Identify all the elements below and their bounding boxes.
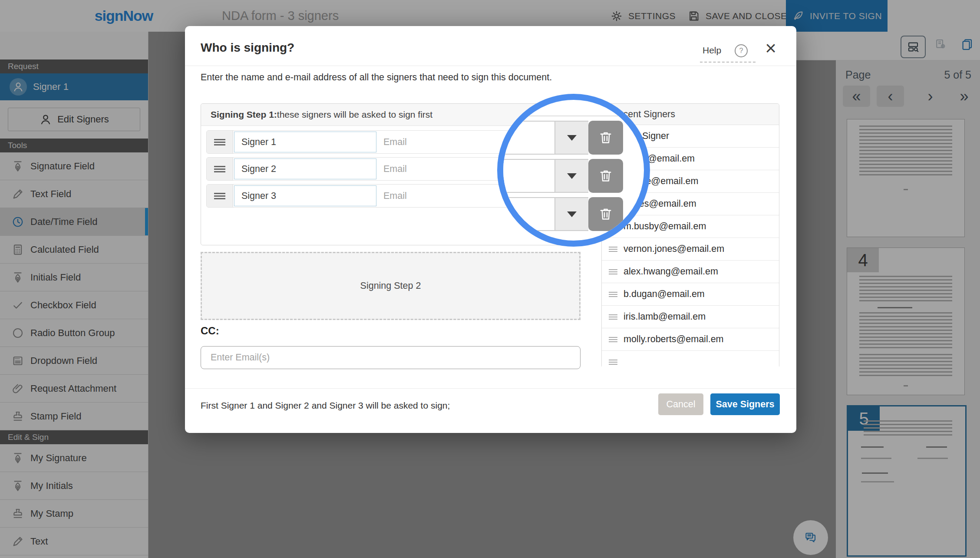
chevron-down-icon bbox=[567, 173, 577, 179]
who-is-signing-modal: Who is signing? Help ? × Enter the name … bbox=[185, 26, 796, 433]
drag-handle-icon bbox=[609, 292, 617, 297]
magnified-delete-button bbox=[588, 197, 623, 231]
recent-signer-label: b.dugan@email.em bbox=[624, 289, 705, 300]
modal-footer-divider bbox=[185, 388, 796, 389]
magnified-delete-button bbox=[588, 121, 623, 155]
drag-handle-icon bbox=[609, 269, 617, 274]
recent-signer-item[interactable]: molly.roberts@email.em bbox=[602, 328, 779, 351]
save-signers-button[interactable]: Save Signers bbox=[710, 393, 780, 415]
recent-signer-label: iris.lamb@email.em bbox=[624, 311, 706, 322]
trash-icon bbox=[598, 168, 614, 184]
cc-email-input[interactable] bbox=[201, 346, 581, 369]
drag-handle-icon bbox=[609, 337, 617, 342]
trash-icon bbox=[598, 206, 614, 222]
chevron-down-icon bbox=[567, 211, 577, 217]
recent-signer-label: m.busby@email.em bbox=[624, 221, 706, 232]
recent-signer-label: molly.roberts@email.em bbox=[624, 334, 724, 345]
signer-2-name-input[interactable] bbox=[234, 158, 376, 179]
drag-handle-icon[interactable] bbox=[207, 185, 233, 207]
recent-signer-item[interactable]: iris.lamb@email.em bbox=[602, 306, 779, 328]
drag-handle-icon[interactable] bbox=[207, 158, 233, 180]
signer-3-name-input[interactable] bbox=[234, 185, 376, 206]
signing-step-1-heading-rest: these signers will be asked to sign firs… bbox=[277, 109, 432, 120]
drag-handle-icon bbox=[609, 314, 617, 320]
magnified-dropdown-cell bbox=[554, 159, 588, 193]
signing-step-2-label: Signing Step 2 bbox=[360, 281, 421, 291]
magnified-dropdown-cell bbox=[554, 121, 588, 155]
recent-signer-item[interactable]: vernon.jones@email.em bbox=[602, 238, 779, 261]
magnified-email-cell bbox=[503, 121, 554, 155]
close-icon[interactable]: × bbox=[761, 38, 781, 58]
help-question-icon[interactable]: ? bbox=[735, 44, 748, 57]
modal-header-divider bbox=[185, 66, 796, 66]
signer-1-name-input[interactable] bbox=[234, 132, 376, 152]
signing-order-note: First Signer 1 and Signer 2 and Signer 3… bbox=[201, 400, 450, 411]
recent-signer-label: vernon.jones@email.em bbox=[624, 244, 724, 254]
recent-signer-item[interactable]: b.dugan@email.em bbox=[602, 283, 779, 306]
modal-title: Who is signing? bbox=[201, 41, 294, 55]
magnified-dropdown-cell bbox=[554, 197, 588, 231]
help-dashed-underline bbox=[700, 62, 756, 63]
trash-icon bbox=[598, 130, 614, 145]
magnified-email-cell bbox=[503, 159, 554, 193]
cancel-button[interactable]: Cancel bbox=[658, 393, 703, 415]
signing-step-2-dropzone[interactable]: Signing Step 2 bbox=[201, 252, 581, 320]
cc-label: CC: bbox=[201, 325, 219, 337]
chevron-down-icon bbox=[567, 135, 577, 141]
modal-description: Enter the name and e-mail address of all… bbox=[201, 72, 552, 83]
magnified-delete-button bbox=[588, 159, 623, 193]
signing-step-1-heading-bold: Signing Step 1: bbox=[211, 109, 277, 120]
recent-signer-label: alex.hwang@email.em bbox=[624, 266, 718, 277]
recent-signer-item-empty[interactable] bbox=[602, 351, 779, 373]
help-link[interactable]: Help bbox=[703, 45, 721, 56]
drag-handle-icon bbox=[609, 360, 617, 365]
recent-signer-item[interactable]: alex.hwang@email.em bbox=[602, 261, 779, 283]
drag-handle-icon bbox=[609, 247, 617, 252]
zoom-highlight-annotation bbox=[497, 94, 650, 247]
drag-handle-icon[interactable] bbox=[207, 131, 233, 153]
